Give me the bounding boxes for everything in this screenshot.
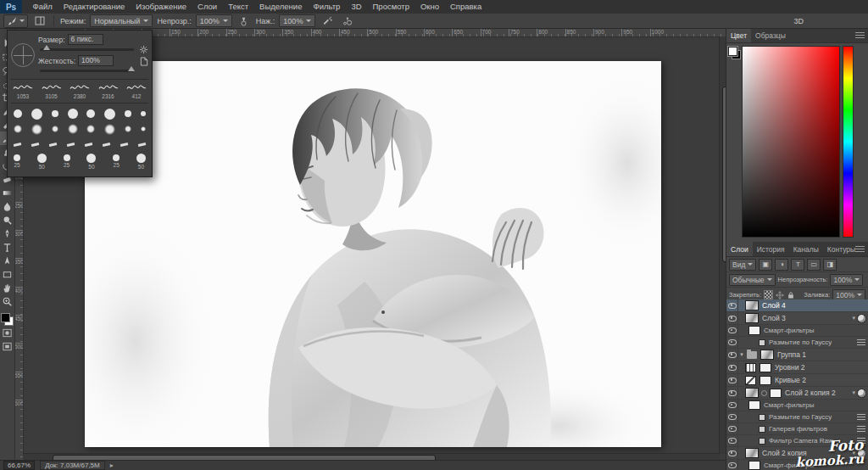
blend-mode-select[interactable]: Нормальный: [90, 14, 153, 27]
filter-mask-thumbnail[interactable]: [748, 326, 760, 335]
round-brush-preset[interactable]: 50: [136, 154, 146, 170]
soft-round-brush[interactable]: [52, 126, 58, 132]
smart-filter-icon[interactable]: [857, 389, 866, 398]
flat-tip-brush[interactable]: [120, 143, 128, 147]
soft-round-brush[interactable]: [68, 124, 78, 134]
menu-Окно[interactable]: Окно: [415, 0, 444, 14]
tool-hand[interactable]: [0, 281, 14, 294]
saturation-brightness-picker[interactable]: [742, 46, 840, 238]
group-thumbnail[interactable]: [760, 350, 774, 360]
menu-Редактирование[interactable]: Редактирование: [58, 0, 130, 14]
brush-preset[interactable]: 3105: [42, 83, 62, 99]
filter-options-icon[interactable]: [857, 426, 865, 432]
visibility-toggle[interactable]: [726, 361, 738, 373]
tool-dodge[interactable]: [0, 213, 14, 227]
layer-row-Слой 4[interactable]: Слой 4: [726, 299, 868, 312]
pressure-size-button[interactable]: [339, 14, 354, 28]
status-options-arrow[interactable]: ▸: [110, 462, 114, 469]
foreground-color-swatch[interactable]: [728, 47, 737, 56]
visibility-toggle[interactable]: [726, 325, 738, 336]
hard-round-brush[interactable]: [14, 109, 22, 118]
fx-expand-icon[interactable]: ▾: [852, 315, 855, 322]
tab-Слои[interactable]: Слои: [726, 242, 753, 256]
layer-row-Слой 3[interactable]: Слой 3▾: [726, 312, 868, 325]
tab-История[interactable]: История: [753, 242, 789, 256]
round-brush-preset[interactable]: 50: [37, 154, 47, 170]
tool-gradient[interactable]: [0, 186, 14, 199]
brush-size-slider[interactable]: [40, 48, 134, 51]
panel-menu-icon[interactable]: [855, 32, 865, 38]
visibility-toggle[interactable]: [726, 411, 738, 422]
adjustment-thumbnail[interactable]: [745, 376, 756, 385]
pressure-opacity-button[interactable]: [236, 14, 252, 28]
layer-thumbnail[interactable]: [745, 313, 759, 323]
soft-round-brush[interactable]: [14, 125, 22, 133]
visibility-toggle[interactable]: [726, 337, 738, 348]
layer-thumbnail[interactable]: [745, 448, 759, 458]
brush-preset[interactable]: 1053: [13, 83, 33, 99]
menu-Слои[interactable]: Слои: [192, 0, 223, 14]
layer-row-Группа 1[interactable]: ▾Группа 1: [726, 349, 868, 361]
layer-row-Уровни 2[interactable]: Уровни 2: [726, 361, 868, 374]
menu-Файл[interactable]: Файл: [27, 0, 58, 14]
soft-round-brush[interactable]: [31, 124, 42, 135]
round-brush-preset[interactable]: 25: [113, 154, 120, 168]
tab-Контуры[interactable]: Контуры: [823, 242, 855, 256]
mask-thumbnail[interactable]: [760, 363, 771, 372]
mask-thumbnail[interactable]: [760, 376, 771, 385]
hard-round-brush[interactable]: [141, 111, 146, 116]
kind-smart-object-icon[interactable]: ◨: [823, 259, 837, 271]
layer-row-Галерея фильтров[interactable]: Галерея фильтров: [726, 423, 868, 435]
visibility-toggle[interactable]: [726, 312, 738, 324]
flat-tip-brush[interactable]: [138, 143, 146, 147]
visibility-toggle[interactable]: [726, 447, 738, 459]
visibility-toggle[interactable]: [726, 423, 738, 434]
slider-thumb[interactable]: [43, 45, 50, 50]
hard-round-brush[interactable]: [125, 110, 131, 117]
visibility-toggle[interactable]: [726, 374, 738, 386]
menu-Изображение[interactable]: Изображение: [131, 0, 192, 14]
layer-opacity-select[interactable]: 100%: [830, 274, 863, 286]
soft-round-brush[interactable]: [86, 125, 95, 133]
brush-preset[interactable]: 412: [126, 83, 147, 99]
layer-row-Смарт-фильтры[interactable]: Смарт-фильтры: [726, 325, 868, 337]
visibility-toggle[interactable]: [726, 400, 738, 411]
tool-zoom[interactable]: [0, 294, 14, 308]
hard-round-brush[interactable]: [31, 109, 42, 120]
layer-thumbnail[interactable]: [745, 388, 759, 398]
kind-type-icon[interactable]: T: [791, 259, 804, 271]
tool-rectangle[interactable]: [0, 267, 14, 281]
hard-round-brush[interactable]: [68, 109, 78, 119]
brush-hardness-slider[interactable]: [40, 70, 134, 72]
round-brush-preset[interactable]: 25: [64, 154, 70, 168]
lock-transparency-icon[interactable]: [764, 290, 773, 299]
layer-row-Кривые 2[interactable]: Кривые 2: [726, 374, 868, 387]
hard-round-brush[interactable]: [52, 110, 58, 117]
layer-blend-mode-select[interactable]: Обычные: [729, 274, 776, 286]
lock-position-icon[interactable]: [776, 291, 784, 299]
flat-tip-brush[interactable]: [31, 143, 39, 147]
adjustment-thumbnail[interactable]: [745, 363, 756, 372]
filter-options-icon[interactable]: [857, 414, 865, 420]
round-brush-preset[interactable]: 50: [86, 154, 96, 170]
hard-round-brush[interactable]: [86, 109, 95, 118]
round-brush-preset[interactable]: 25: [14, 154, 20, 168]
tool-type[interactable]: [0, 240, 14, 254]
zoom-level-field[interactable]: 66,67%: [3, 461, 35, 470]
kind-pixel-icon[interactable]: ▣: [759, 259, 772, 271]
flat-tip-brush[interactable]: [49, 143, 57, 147]
opacity-select[interactable]: 100%: [196, 14, 232, 27]
soft-round-brush[interactable]: [141, 126, 146, 131]
menu-Текст[interactable]: Текст: [223, 0, 254, 14]
brush-size-field[interactable]: 6 пикс.: [68, 34, 103, 45]
menu-3D[interactable]: 3D: [346, 0, 367, 14]
filter-mask-thumbnail[interactable]: [748, 461, 760, 470]
flat-tip-brush[interactable]: [14, 143, 21, 147]
tab-Цвет[interactable]: Цвет: [726, 28, 751, 42]
slider-thumb[interactable]: [128, 66, 135, 71]
soft-round-brush[interactable]: [125, 126, 131, 132]
layer-row-Слой 2 копия 2[interactable]: Слой 2 копия 2▾: [726, 387, 868, 400]
filter-options-icon[interactable]: [857, 339, 865, 345]
filter-type-select[interactable]: Вид: [729, 259, 756, 271]
mask-thumbnail[interactable]: [770, 389, 782, 398]
